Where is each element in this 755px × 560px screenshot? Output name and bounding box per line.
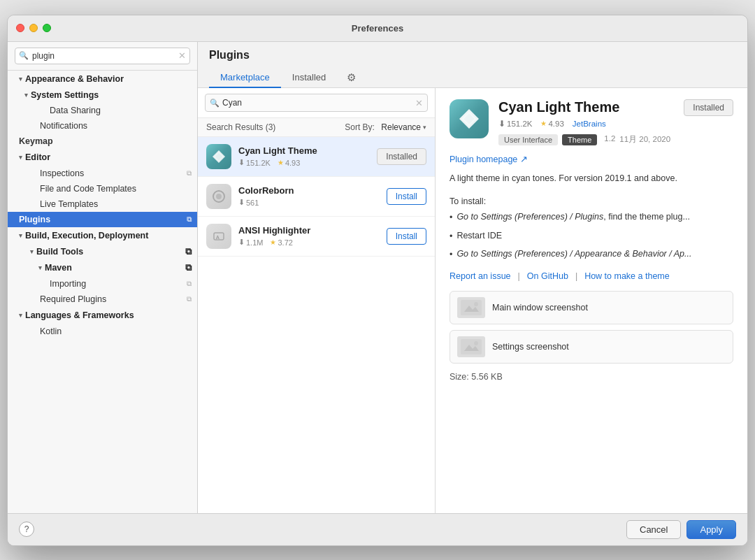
svg-point-3	[216, 194, 222, 199]
sidebar-search-bar: 🔍 ✕	[8, 42, 197, 71]
sidebar-label-system-settings: System Settings	[31, 90, 99, 100]
sidebar-item-data-sharing[interactable]: Data Sharing	[8, 103, 197, 118]
tab-installed[interactable]: Installed	[281, 68, 337, 88]
detail-links: Report an issue | On GitHub | How to mak…	[450, 271, 733, 281]
copy-icon: ⧉	[187, 169, 192, 178]
plugin-search-inner: 🔍 ✕	[205, 94, 428, 112]
plugin-item-color-reborn[interactable]: ColorReborn ⬇ 561 Install	[198, 177, 435, 217]
apply-button[interactable]: Apply	[686, 520, 736, 539]
plugin-downloads-cyan: ⬇ 151.2K	[238, 158, 271, 167]
copy-icon-plugins: ⧉	[187, 215, 192, 224]
sidebar-item-languages-frameworks[interactable]: ▾ Languages & Frameworks	[8, 307, 197, 324]
github-link[interactable]: On GitHub	[527, 271, 568, 281]
screenshot-settings[interactable]: Settings screenshot	[450, 330, 733, 364]
plugin-search-icon: 🔍	[210, 98, 220, 107]
separator: |	[575, 271, 577, 281]
tag-user-interface: User Interface	[498, 134, 558, 145]
sidebar-item-importing[interactable]: Importing ⧉	[8, 276, 197, 292]
window-title: Preferences	[352, 23, 403, 34]
plugin-items: Cyan Light Theme ⬇ 151.2K ★ 4.93	[198, 137, 435, 513]
tag-theme: Theme	[562, 134, 597, 145]
cancel-button[interactable]: Cancel	[626, 520, 681, 539]
report-issue-link[interactable]: Report an issue	[450, 271, 511, 281]
image-placeholder-icon	[461, 339, 482, 354]
sidebar-search-input[interactable]	[15, 48, 190, 64]
detail-version: 1.2	[604, 134, 615, 145]
sidebar-search-clear-icon[interactable]: ✕	[178, 51, 186, 60]
screenshot-thumb-main	[457, 297, 485, 318]
separator: |	[518, 271, 520, 281]
plugin-meta-cyan: ⬇ 151.2K ★ 4.93	[238, 158, 370, 167]
chevron-down-icon: ▾	[38, 264, 42, 271]
screenshot-main-window[interactable]: Main window screenshot	[450, 291, 733, 324]
install-button-color-reborn[interactable]: Install	[387, 188, 426, 205]
detail-install-instructions: To install: • Go to Settings (Preference…	[450, 194, 733, 263]
sidebar-item-system-settings[interactable]: ▾ System Settings	[8, 87, 197, 103]
maximize-button[interactable]	[43, 24, 51, 32]
install-step-3: • Go to Settings (Preferences) / Appeara…	[450, 246, 733, 263]
sidebar-nav: ▾ Appearance & Behavior ▾ System Setting…	[8, 71, 197, 513]
help-button[interactable]: ?	[19, 522, 34, 537]
plugin-homepage-link[interactable]: Plugin homepage ↗	[450, 154, 733, 164]
sidebar-item-inspections[interactable]: Inspections ⧉	[8, 166, 197, 181]
tab-marketplace[interactable]: Marketplace	[209, 68, 281, 88]
detail-author[interactable]: JetBrains	[573, 120, 606, 128]
sidebar-label-languages-frameworks: Languages & Frameworks	[25, 310, 134, 320]
plugin-downloads-ansi: ⬇ 1.1M	[238, 238, 263, 247]
color-icon	[210, 188, 227, 205]
bottom-right-buttons: Cancel Apply	[626, 520, 736, 539]
install-step-2: • Restart IDE	[450, 228, 733, 245]
svg-rect-11	[461, 339, 482, 354]
sidebar-item-editor[interactable]: ▾ Editor	[8, 149, 197, 166]
sidebar-item-file-code-templates[interactable]: File and Code Templates	[8, 181, 197, 196]
sidebar-item-live-templates[interactable]: Live Templates	[8, 196, 197, 212]
installed-button-cyan[interactable]: Installed	[377, 148, 426, 165]
settings-gear-icon[interactable]: ⚙	[340, 67, 363, 88]
sidebar-item-plugins[interactable]: Plugins ⧉	[8, 212, 197, 227]
plugin-name-color-reborn: ColorReborn	[238, 185, 380, 196]
color-reborn-icon	[206, 184, 231, 209]
sidebar-label-editor: Editor	[25, 152, 50, 162]
diamond-icon	[210, 148, 227, 165]
results-header: Search Results (3) Sort By: Relevance ▾	[198, 118, 435, 137]
minimize-button[interactable]	[29, 24, 38, 32]
install-button-ansi[interactable]: Install	[387, 228, 426, 245]
install-step-1: • Go to Settings (Preferences) / Plugins…	[450, 209, 733, 226]
detail-size: Size: 5.56 KB	[450, 372, 733, 382]
plugin-item-ansi-highlighter[interactable]: A ANSI Highlighter ⬇ 1.1M	[198, 217, 435, 257]
detail-diamond-icon	[456, 106, 482, 131]
tab-bar: Marketplace Installed ⚙	[209, 67, 736, 87]
preferences-window: Preferences 🔍 ✕ ▾ Appearance & Behavior …	[7, 15, 748, 546]
chevron-down-icon: ▾	[19, 76, 22, 82]
sidebar-item-build-tools[interactable]: ▾ Build Tools ⧉	[8, 244, 197, 260]
titlebar: Preferences	[8, 15, 747, 42]
bullet-icon: •	[450, 210, 452, 226]
sidebar-item-appearance-behavior[interactable]: ▾ Appearance & Behavior	[8, 71, 197, 87]
sidebar-item-keymap[interactable]: Keymap	[8, 134, 197, 149]
ansi-icon: A	[210, 228, 227, 245]
sidebar-item-maven[interactable]: ▾ Maven ⧉	[8, 260, 197, 276]
detail-installed-button[interactable]: Installed	[684, 99, 733, 116]
plugin-action-ansi: Install	[387, 228, 426, 245]
plugin-item-cyan-light-theme[interactable]: Cyan Light Theme ⬇ 151.2K ★ 4.93	[198, 137, 435, 177]
plugin-search-input[interactable]	[205, 94, 428, 112]
how-to-theme-link[interactable]: How to make a theme	[584, 271, 670, 281]
plugin-search-clear-icon[interactable]: ✕	[415, 97, 423, 108]
bullet-icon: •	[450, 247, 452, 263]
bullet-icon: •	[450, 229, 452, 245]
sidebar-item-required-plugins[interactable]: Required Plugins ⧉	[8, 292, 197, 307]
image-placeholder-icon	[461, 300, 482, 315]
sidebar-item-kotlin[interactable]: Kotlin	[8, 324, 197, 339]
sidebar-item-notifications[interactable]: Notifications	[8, 118, 197, 134]
plugin-downloads-color-reborn: ⬇ 561	[238, 198, 259, 207]
plugin-meta-ansi: ⬇ 1.1M ★ 3.72	[238, 238, 380, 247]
chevron-down-icon: ▾	[19, 312, 22, 319]
sort-label: Sort By:	[345, 122, 375, 132]
close-button[interactable]	[16, 24, 24, 32]
sidebar-item-build-execution-deployment[interactable]: ▾ Build, Execution, Deployment	[8, 227, 197, 244]
detail-rating: ★ 4.93	[540, 120, 563, 128]
plugin-info-ansi: ANSI Highlighter ⬇ 1.1M ★ 3.72	[238, 225, 380, 247]
star-icon-ansi: ★	[270, 238, 276, 246]
plugins-body: 🔍 ✕ Search Results (3) Sort By: Relevanc…	[198, 88, 747, 513]
sort-dropdown[interactable]: Sort By: Relevance ▾	[345, 122, 426, 132]
